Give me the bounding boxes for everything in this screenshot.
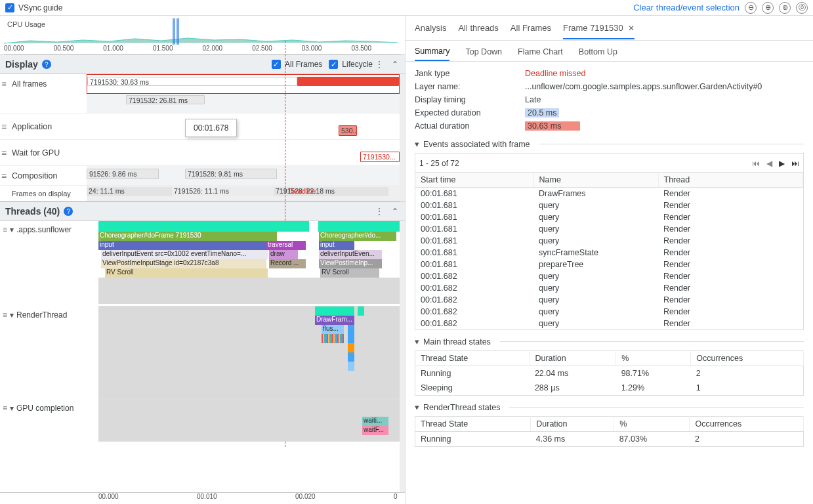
table-header[interactable]: Thread State <box>415 351 530 366</box>
thread-track-app[interactable]: Choreographer#doFrame 7191530 Choreograp… <box>98 221 400 306</box>
trace-event[interactable] <box>348 362 354 371</box>
drag-handle-icon[interactable]: ≡ <box>0 140 8 165</box>
table-row[interactable]: 00:01.682queryRender <box>415 282 803 294</box>
more-icon[interactable]: ⋮ <box>373 60 385 69</box>
table-header[interactable]: % <box>614 417 690 432</box>
trace-event[interactable]: RV Scroll <box>105 268 268 278</box>
vsync-guide-checkbox[interactable]: ✓ VSync guide <box>5 3 62 12</box>
frame-block[interactable]: 7191530: 30.63 ms <box>87 77 297 86</box>
subtab-top-down[interactable]: Top Down <box>465 47 502 60</box>
table-row[interactable]: 00:01.681queryRender <box>415 211 803 223</box>
drag-handle-icon[interactable]: ≡ <box>0 74 8 94</box>
trace-event[interactable] <box>315 306 354 316</box>
table-header[interactable]: % <box>616 351 691 366</box>
render-states-table[interactable]: Thread StateDuration%Occurrences Running… <box>415 416 804 447</box>
tab-frame[interactable]: Frame 7191530 ✕ <box>563 23 635 39</box>
table-row[interactable]: 00:01.681queryRender <box>415 200 803 211</box>
table-header[interactable]: Thread State <box>415 417 531 432</box>
trace-event[interactable]: ViewPostImeInputStage id=0x2187c3a8 <box>101 259 266 268</box>
table-row[interactable]: 00:01.682queryRender <box>415 270 803 282</box>
expand-icon[interactable]: ▾ <box>415 139 419 149</box>
zoom-fit-icon[interactable]: ⊚ <box>779 2 791 14</box>
drag-handle-icon[interactable]: ≡ <box>3 225 7 234</box>
trace-event[interactable]: Choreographer#do... <box>319 232 396 241</box>
zoom-reset-icon[interactable]: ⓪ <box>796 2 808 14</box>
zoom-in-icon[interactable]: ⊕ <box>762 2 774 14</box>
trace-event[interactable]: input <box>319 241 354 250</box>
table-header[interactable]: Occurrences <box>691 351 804 366</box>
table-header[interactable]: Duration <box>530 351 616 366</box>
chevron-up-icon[interactable]: ⌃ <box>390 207 400 216</box>
trace-event[interactable] <box>348 325 354 334</box>
trace-event[interactable] <box>348 334 354 343</box>
tab-all-frames[interactable]: All Frames <box>511 23 551 33</box>
track-wait-gpu[interactable]: 7191530... <box>87 140 400 165</box>
frame-block[interactable]: 7191532: 26.81 ms <box>126 95 205 104</box>
expand-icon[interactable]: ▾ <box>10 404 14 413</box>
track-all-frames[interactable]: 7191530: 30.63 ms <box>87 74 400 94</box>
trace-event[interactable] <box>348 343 354 352</box>
pager-first-icon[interactable]: ⏮ <box>752 159 760 168</box>
trace-event[interactable] <box>348 352 354 362</box>
trace-event[interactable]: RV Scroll <box>320 268 379 278</box>
close-icon[interactable]: ✕ <box>628 24 635 33</box>
trace-event[interactable]: DrawFram... <box>315 316 354 325</box>
trace-event[interactable]: draw <box>269 250 298 259</box>
trace-event[interactable]: input <box>98 241 266 250</box>
table-header[interactable]: Duration <box>531 417 614 432</box>
trace-event[interactable]: deliverInputEven... <box>319 250 382 259</box>
events-table[interactable]: Start timeNameThread 00:01.681DrawFrames… <box>415 172 803 329</box>
frame-block[interactable]: 530... <box>339 125 357 136</box>
frame-block[interactable]: 7191528: 9.81 ms <box>185 169 277 179</box>
pager-prev-icon[interactable]: ◀ <box>766 159 772 168</box>
table-row[interactable]: 00:01.681queryRender <box>415 223 803 235</box>
drag-handle-icon[interactable]: ≡ <box>0 166 8 185</box>
table-row[interactable]: 00:01.681queryRender <box>415 235 803 247</box>
track-application[interactable]: 530... <box>87 114 400 139</box>
expand-icon[interactable]: ▾ <box>10 225 14 234</box>
table-header[interactable]: Name <box>533 173 658 188</box>
expand-icon[interactable]: ▾ <box>415 402 419 412</box>
zoom-out-icon[interactable]: ⊖ <box>745 2 757 14</box>
frame-block-jank[interactable] <box>297 77 399 86</box>
frame-block[interactable]: 7191526: 11.1 ms <box>172 187 274 196</box>
expand-icon[interactable]: ▾ <box>415 337 419 346</box>
pager-last-icon[interactable]: ⏭ <box>791 159 799 168</box>
cpu-usage-strip[interactable]: CPU Usage 00.00000.50001.00001.50002.000… <box>4 18 401 54</box>
drag-handle-icon[interactable]: ≡ <box>3 310 7 320</box>
help-icon[interactable]: ? <box>42 60 51 69</box>
track-frames-on-display[interactable]: 24: 11.1 ms 7191526: 11.1 ms 7191528: 22… <box>87 186 400 201</box>
help-icon[interactable]: ? <box>64 207 73 216</box>
frame-block[interactable]: 91526: 9.86 ms <box>87 169 159 179</box>
tab-all-threads[interactable]: All threads <box>458 23 498 33</box>
pager-next-icon[interactable]: ▶ <box>779 159 785 168</box>
table-row[interactable]: Sleeping288 µs1.29%1 <box>415 381 804 396</box>
trace-event[interactable]: waiti... <box>362 417 388 426</box>
table-row[interactable]: 00:01.682queryRender <box>415 318 803 329</box>
table-row[interactable]: 00:01.682queryRender <box>415 294 803 306</box>
table-header[interactable]: Occurrences <box>690 417 804 432</box>
chevron-up-icon[interactable]: ⌃ <box>390 60 400 69</box>
trace-event[interactable] <box>322 334 344 343</box>
track-composition[interactable]: 91526: 9.86 ms 7191528: 9.81 ms <box>87 166 400 185</box>
subtab-bottom-up[interactable]: Bottom Up <box>579 47 617 60</box>
clear-selection-link[interactable]: Clear thread/event selection <box>633 3 740 12</box>
trace-event[interactable]: waitF... <box>362 426 388 435</box>
trace-event[interactable]: flus... <box>322 325 344 334</box>
trace-event[interactable]: ViewPostImeInp... <box>319 259 382 268</box>
tab-analysis[interactable]: Analysis <box>415 23 446 33</box>
drag-handle-icon[interactable]: ≡ <box>0 114 8 139</box>
trace-event[interactable]: traversal <box>266 241 306 250</box>
drag-handle-icon[interactable]: ≡ <box>3 404 7 413</box>
lifecycle-checkbox[interactable]: ✓ Lifecycle <box>329 60 373 69</box>
table-row[interactable]: 00:01.682queryRender <box>415 306 803 318</box>
more-icon[interactable]: ⋮ <box>373 207 385 216</box>
trace-event[interactable]: Choreographer#doFrame 7191530 <box>98 232 277 241</box>
trace-event[interactable]: deliverInputEvent src=0x1002 eventTimeNa… <box>101 250 268 259</box>
frame-block[interactable]: 24: 11.1 ms <box>87 187 172 196</box>
trace-event[interactable]: Record ... <box>269 259 306 268</box>
table-header[interactable]: Thread <box>658 173 803 188</box>
expand-icon[interactable]: ▾ <box>10 310 14 320</box>
subtab-flame-chart[interactable]: Flame Chart <box>518 47 563 60</box>
all-frames-checkbox[interactable]: ✓ All Frames <box>272 60 322 69</box>
